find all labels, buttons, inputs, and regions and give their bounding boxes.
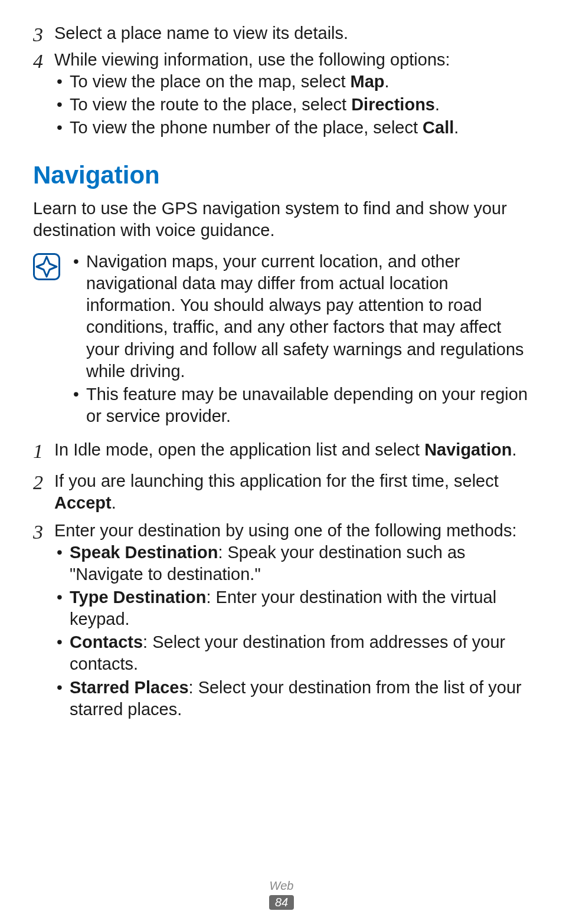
text-bold: Directions xyxy=(351,95,435,114)
text-pre: If you are launching this application fo… xyxy=(54,471,499,490)
text-post: . xyxy=(435,95,440,114)
step-4-bullets: To view the place on the map, select Map… xyxy=(54,71,530,139)
step-3: 3 Enter your destination by using one of… xyxy=(33,520,530,722)
section-title: Navigation xyxy=(33,161,530,189)
intro-paragraph: Learn to use the GPS navigation system t… xyxy=(33,198,530,241)
list-item: Navigation maps, your current location, … xyxy=(71,251,530,382)
step-4-top: 4 While viewing information, use the fol… xyxy=(33,49,530,140)
note-block: Navigation maps, your current location, … xyxy=(33,251,530,428)
step-number: 3 xyxy=(33,520,54,722)
list-item: To view the phone number of the place, s… xyxy=(54,117,530,139)
text-pre: To view the place on the map, select xyxy=(70,72,351,91)
text-post: . xyxy=(454,118,459,137)
page-content: 3 Select a place name to view its detail… xyxy=(0,0,563,722)
text-bold: Navigation xyxy=(424,440,512,459)
step-body: Enter your destination by using one of t… xyxy=(54,520,530,722)
page-number-badge: 84 xyxy=(269,895,294,910)
step-lead: Enter your destination by using one of t… xyxy=(54,520,530,542)
step-1: 1 In Idle mode, open the application lis… xyxy=(33,439,530,464)
step-lead: While viewing information, use the follo… xyxy=(54,49,530,71)
text-bold: Map xyxy=(351,72,385,91)
step-body: While viewing information, use the follo… xyxy=(54,49,530,140)
note-icon xyxy=(33,251,71,428)
step-body: In Idle mode, open the application list … xyxy=(54,439,530,464)
step-number: 1 xyxy=(33,439,54,464)
step-3-bullets: Speak Destination: Speak your destinatio… xyxy=(54,542,530,720)
note-body: Navigation maps, your current location, … xyxy=(71,251,530,428)
note-bullets: Navigation maps, your current location, … xyxy=(71,251,530,427)
text-bold: Contacts xyxy=(70,633,143,651)
list-item: Starred Places: Select your destination … xyxy=(54,677,530,720)
list-item: Type Destination: Enter your destination… xyxy=(54,586,530,630)
text-pre: In Idle mode, open the application list … xyxy=(54,440,424,459)
list-item: To view the route to the place, select D… xyxy=(54,94,530,116)
step-number: 2 xyxy=(33,470,54,514)
text-bold: Call xyxy=(423,118,454,137)
list-item: To view the place on the map, select Map… xyxy=(54,71,530,93)
step-2: 2 If you are launching this application … xyxy=(33,470,530,514)
text-pre: To view the phone number of the place, s… xyxy=(70,118,423,137)
step-body: If you are launching this application fo… xyxy=(54,470,530,514)
footer-section-label: Web xyxy=(0,879,563,893)
step-number: 4 xyxy=(33,49,54,140)
step-number: 3 xyxy=(33,22,54,48)
text-bold: Type Destination xyxy=(70,588,207,607)
list-item: This feature may be unavailable dependin… xyxy=(71,384,530,427)
text-post: . xyxy=(112,493,116,512)
text-bold: Speak Destination xyxy=(70,543,218,562)
text-post: . xyxy=(385,72,389,91)
page-footer: Web 84 xyxy=(0,879,563,910)
text-post: . xyxy=(512,440,516,459)
text-pre: To view the route to the place, select xyxy=(70,95,351,114)
step-3-top: 3 Select a place name to view its detail… xyxy=(33,22,530,48)
text-bold: Starred Places xyxy=(70,678,189,697)
list-item: Speak Destination: Speak your destinatio… xyxy=(54,542,530,585)
list-item: Contacts: Select your destination from a… xyxy=(54,631,530,675)
step-text: Select a place name to view its details. xyxy=(54,22,530,48)
text-bold: Accept xyxy=(54,493,112,512)
